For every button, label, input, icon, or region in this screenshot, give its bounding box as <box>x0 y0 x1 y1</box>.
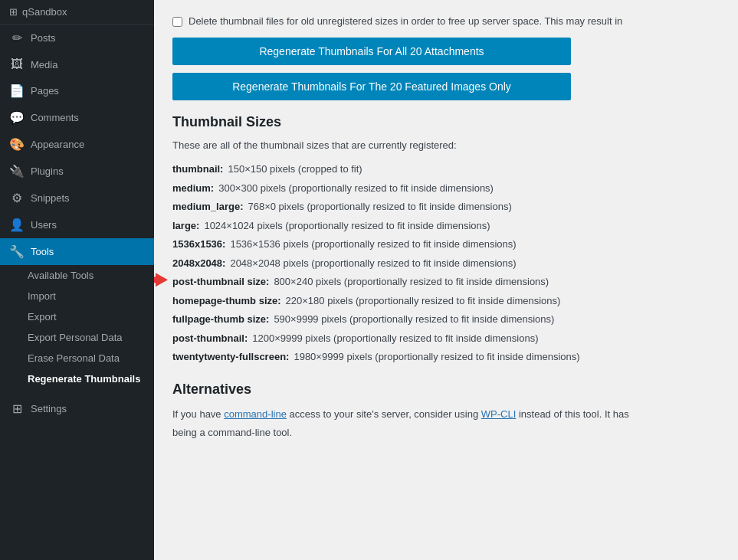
sidebar-label-pages: Pages <box>31 85 59 97</box>
brand-icon: ⊞ <box>9 6 18 18</box>
sidebar-brand: ⊞ qSandbox <box>0 0 154 25</box>
brand-label: qSandbox <box>22 6 67 18</box>
submenu-available-tools[interactable]: Available Tools <box>0 265 154 286</box>
size-thumbnail: thumbnail: 150×150 pixels (cropped to fi… <box>172 162 720 177</box>
plugins-icon: 🔌 <box>9 164 25 178</box>
sidebar-item-appearance[interactable]: 🎨 Appearance <box>0 131 154 158</box>
sidebar-label-media: Media <box>31 59 57 70</box>
alternatives-text2: being a command-line tool. <box>172 425 720 441</box>
posts-icon: ✏ <box>9 31 25 45</box>
thumbnail-sizes-title: Thumbnail Sizes <box>172 114 720 130</box>
appearance-icon: 🎨 <box>9 137 25 152</box>
sidebar-label-tools: Tools <box>31 246 54 257</box>
sidebar-label-users: Users <box>31 219 57 231</box>
size-fullpage-thumb: fullpage-thumb size: 590×9999 pixels (pr… <box>172 312 720 327</box>
delete-notice-text: Delete thumbnail files for old unregiste… <box>189 15 622 27</box>
submenu-import[interactable]: Import <box>0 286 154 306</box>
sidebar-label-snippets: Snippets <box>31 192 70 204</box>
sidebar-label-settings: Settings <box>31 403 67 414</box>
sidebar-item-users[interactable]: 👤 Users <box>0 211 154 238</box>
thumbnail-sizes-list: thumbnail: 150×150 pixels (cropped to fi… <box>172 162 720 365</box>
submenu-erase-personal-data[interactable]: Erase Personal Data <box>0 348 154 368</box>
size-large: large: 1024×1024 pixels (proportionally … <box>172 218 720 234</box>
sidebar-item-snippets[interactable]: ⚙ Snippets <box>0 185 154 211</box>
size-1536x1536: 1536x1536: 1536×1536 pixels (proportiona… <box>172 237 720 252</box>
svg-marker-0 <box>154 273 168 287</box>
pages-icon: 📄 <box>9 84 25 98</box>
media-icon: 🖼 <box>9 57 25 71</box>
users-icon: 👤 <box>9 218 25 232</box>
tools-submenu: Available Tools Import Export Export Per… <box>0 265 154 389</box>
sidebar-label-appearance: Appearance <box>31 139 84 150</box>
size-homepage-thumb: homepage-thumb size: 220×180 pixels (pro… <box>172 293 720 309</box>
sidebar-item-settings[interactable]: ⊞ Settings <box>0 395 154 422</box>
delete-notice-row: Delete thumbnail files for old unregiste… <box>172 15 720 27</box>
sidebar-item-tools[interactable]: 🔧 Tools <box>0 238 154 265</box>
settings-icon: ⊞ <box>9 401 25 416</box>
snippets-icon: ⚙ <box>9 191 25 205</box>
sidebar-item-comments[interactable]: 💬 Comments <box>0 104 154 131</box>
comments-icon: 💬 <box>9 110 25 125</box>
size-twentytwenty-fullscreen: twentytwenty-fullscreen: 1980×9999 pixel… <box>172 349 720 365</box>
sidebar-item-media[interactable]: 🖼 Media <box>0 51 154 77</box>
submenu-export-personal-data[interactable]: Export Personal Data <box>0 327 154 348</box>
arrow-indicator <box>154 272 168 292</box>
alternatives-section: Alternatives If you have command-line ac… <box>172 382 720 442</box>
sidebar-label-comments: Comments <box>31 112 79 123</box>
alternatives-title: Alternatives <box>172 382 720 398</box>
arrow-icon <box>154 272 168 287</box>
sidebar-item-posts[interactable]: ✏ Posts <box>0 25 154 51</box>
regen-all-button[interactable]: Regenerate Thumbnails For All 20 Attachm… <box>172 38 571 65</box>
sidebar: ⊞ qSandbox ✏ Posts 🖼 Media 📄 Pages 💬 Com… <box>0 0 154 560</box>
wpcli-link[interactable]: WP-CLI <box>481 408 517 420</box>
sidebar-item-pages[interactable]: 📄 Pages <box>0 77 154 104</box>
command-line-link[interactable]: command-line <box>224 408 287 420</box>
size-post-thumbnail-size: post-thumbnail size: 800×240 pixels (pro… <box>172 274 720 290</box>
sidebar-label-posts: Posts <box>31 32 56 44</box>
size-medium-large: medium_large: 768×0 pixels (proportional… <box>172 199 720 215</box>
size-medium: medium: 300×300 pixels (proportionally r… <box>172 181 720 196</box>
submenu-regenerate-thumbnails[interactable]: Regenerate Thumbnails <box>0 368 154 389</box>
size-2048x2048: 2048x2048: 2048×2048 pixels (proportiona… <box>172 256 720 271</box>
tools-icon: 🔧 <box>9 244 25 259</box>
main-content: Delete thumbnail files for old unregiste… <box>154 0 738 560</box>
size-post-thumbnail: post-thumbnail: 1200×9999 pixels (propor… <box>172 331 720 346</box>
sidebar-label-plugins: Plugins <box>31 165 64 177</box>
submenu-export[interactable]: Export <box>0 306 154 327</box>
alternatives-text: If you have command-line access to your … <box>172 407 720 423</box>
thumbnail-sizes-intro: These are all of the thumbnail sizes tha… <box>172 139 720 151</box>
sidebar-item-plugins[interactable]: 🔌 Plugins <box>0 158 154 185</box>
delete-checkbox[interactable] <box>172 17 182 27</box>
regen-featured-button[interactable]: Regenerate Thumbnails For The 20 Feature… <box>172 73 571 100</box>
